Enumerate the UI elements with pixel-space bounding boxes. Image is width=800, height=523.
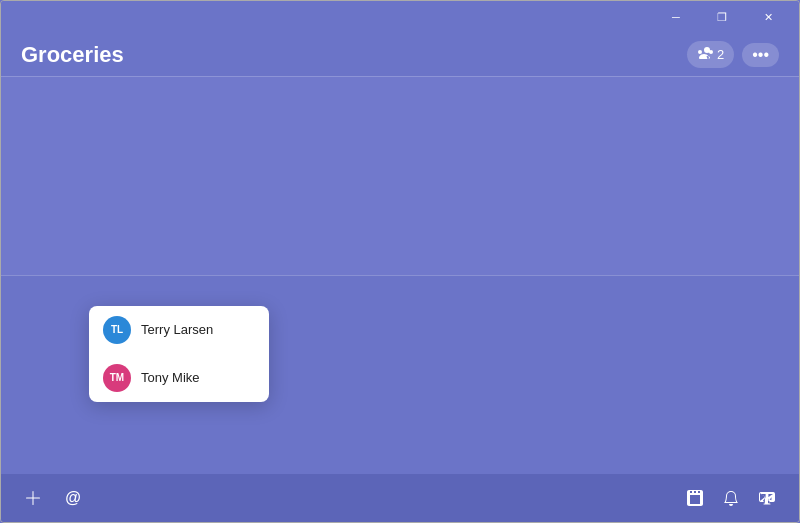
assign-button[interactable] — [751, 482, 783, 514]
section-bottom: TL Terry Larsen TM Tony Mike — [1, 276, 799, 475]
app-title: Groceries — [21, 42, 124, 68]
more-button[interactable]: ••• — [742, 43, 779, 67]
mention-item-tony[interactable]: TM Tony Mike — [89, 354, 269, 402]
close-button[interactable]: ✕ — [745, 1, 791, 33]
app-window: ─ ❐ ✕ Groceries 2 ••• — [0, 0, 800, 523]
mention-item-terry[interactable]: TL Terry Larsen — [89, 306, 269, 354]
content-area: TL Terry Larsen TM Tony Mike — [1, 76, 799, 474]
toolbar-right — [679, 482, 783, 514]
calendar-button[interactable] — [679, 482, 711, 514]
section-top — [1, 76, 799, 275]
members-count: 2 — [717, 47, 724, 62]
header: Groceries 2 ••• — [1, 33, 799, 76]
mention-name-terry: Terry Larsen — [141, 322, 213, 337]
avatar-terry: TL — [103, 316, 131, 344]
reminder-button[interactable] — [715, 482, 747, 514]
mention-button[interactable]: @ — [57, 482, 89, 514]
mention-popup: TL Terry Larsen TM Tony Mike — [89, 306, 269, 402]
window-controls: ─ ❐ ✕ — [653, 1, 791, 33]
minimize-button[interactable]: ─ — [653, 1, 699, 33]
avatar-tony: TM — [103, 364, 131, 392]
titlebar: ─ ❐ ✕ — [1, 1, 799, 33]
mention-name-tony: Tony Mike — [141, 370, 200, 385]
members-icon — [697, 45, 713, 64]
toolbar: @ — [1, 474, 799, 522]
add-button[interactable] — [17, 482, 49, 514]
header-actions: 2 ••• — [687, 41, 779, 68]
maximize-button[interactable]: ❐ — [699, 1, 745, 33]
divider-top — [1, 76, 799, 77]
toolbar-left: @ — [17, 482, 89, 514]
members-button[interactable]: 2 — [687, 41, 734, 68]
